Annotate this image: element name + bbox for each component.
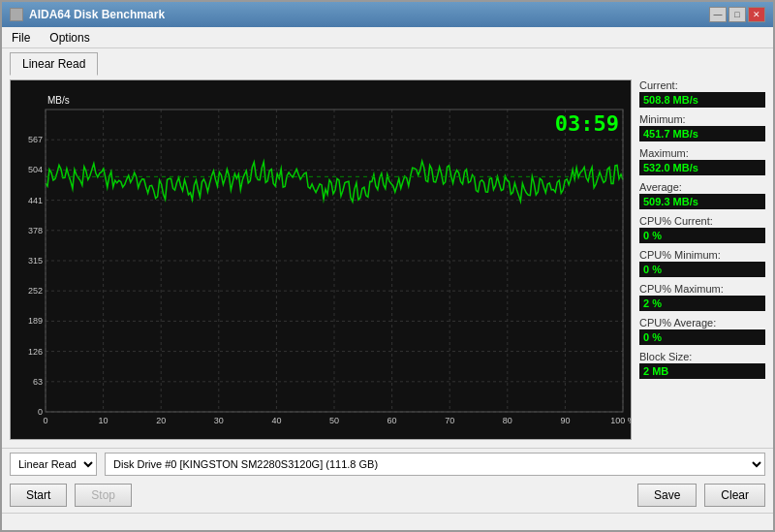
disk-select[interactable]: Disk Drive #0 [KINGSTON SM2280S3120G] (1… [105, 453, 765, 476]
benchmark-chart [11, 80, 631, 439]
cpu-maximum-label: CPU% Maximum: [639, 283, 765, 295]
minimum-value: 451.7 MB/s [639, 126, 765, 141]
clear-button[interactable]: Clear [704, 484, 765, 507]
cpu-average-label: CPU% Average: [639, 317, 765, 329]
average-stat: Average: 509.3 MB/s [639, 181, 765, 209]
maximum-stat: Maximum: 532.0 MB/s [639, 147, 765, 175]
stats-sidebar: Current: 508.8 MB/s Minimum: 451.7 MB/s … [639, 76, 765, 440]
minimum-stat: Minimum: 451.7 MB/s [639, 113, 765, 141]
stop-button[interactable]: Stop [75, 484, 132, 507]
block-size-label: Block Size: [639, 351, 765, 362]
test-select[interactable]: Linear Read [10, 453, 97, 476]
cpu-average-stat: CPU% Average: 0 % [639, 317, 765, 345]
current-value: 508.8 MB/s [639, 92, 765, 108]
maximize-button[interactable]: □ [728, 7, 746, 22]
average-value: 509.3 MB/s [639, 194, 765, 209]
block-size-value: 2 MB [639, 363, 765, 379]
bottom-controls-row2: Start Stop Save Clear [2, 480, 773, 513]
chart-container: MB/s 03:59 [10, 79, 632, 440]
cpu-minimum-label: CPU% Minimum: [639, 249, 765, 261]
title-bar-left: AIDA64 Disk Benchmark [10, 8, 165, 21]
close-button[interactable]: ✕ [748, 7, 765, 22]
chart-area: MB/s 03:59 [11, 80, 631, 439]
start-button[interactable]: Start [10, 484, 67, 507]
cpu-current-value: 0 % [639, 228, 765, 243]
window-title: AIDA64 Disk Benchmark [29, 8, 165, 21]
main-window: AIDA64 Disk Benchmark — □ ✕ File Options… [0, 0, 775, 532]
menu-bar: File Options [2, 27, 773, 48]
title-bar: AIDA64 Disk Benchmark — □ ✕ [2, 2, 773, 27]
tab-linear-read[interactable]: Linear Read [10, 52, 98, 76]
cpu-maximum-stat: CPU% Maximum: 2 % [639, 283, 765, 311]
menu-file[interactable]: File [6, 29, 36, 47]
cpu-maximum-value: 2 % [639, 296, 765, 311]
cpu-current-stat: CPU% Current: 0 % [639, 215, 765, 243]
cpu-minimum-value: 0 % [639, 262, 765, 277]
menu-options[interactable]: Options [44, 29, 95, 47]
current-stat: Current: 508.8 MB/s [639, 79, 765, 108]
main-area: MB/s 03:59 Current: 508.8 MB/s Minimum: … [2, 76, 773, 448]
cpu-current-label: CPU% Current: [639, 215, 765, 227]
maximum-label: Maximum: [639, 147, 765, 159]
tab-bar: Linear Read [2, 48, 773, 76]
bottom-controls-row1: Linear Read Disk Drive #0 [KINGSTON SM22… [2, 448, 773, 480]
average-label: Average: [639, 181, 765, 193]
cpu-average-value: 0 % [639, 329, 765, 345]
save-button[interactable]: Save [637, 484, 697, 507]
current-label: Current: [639, 79, 765, 91]
minimum-label: Minimum: [639, 113, 765, 125]
maximum-value: 532.0 MB/s [639, 160, 765, 175]
status-bar [2, 513, 773, 530]
minimize-button[interactable]: — [709, 7, 727, 22]
block-size-stat: Block Size: 2 MB [639, 351, 765, 379]
cpu-minimum-stat: CPU% Minimum: 0 % [639, 249, 765, 277]
title-bar-buttons: — □ ✕ [709, 7, 765, 22]
app-icon [10, 8, 23, 21]
